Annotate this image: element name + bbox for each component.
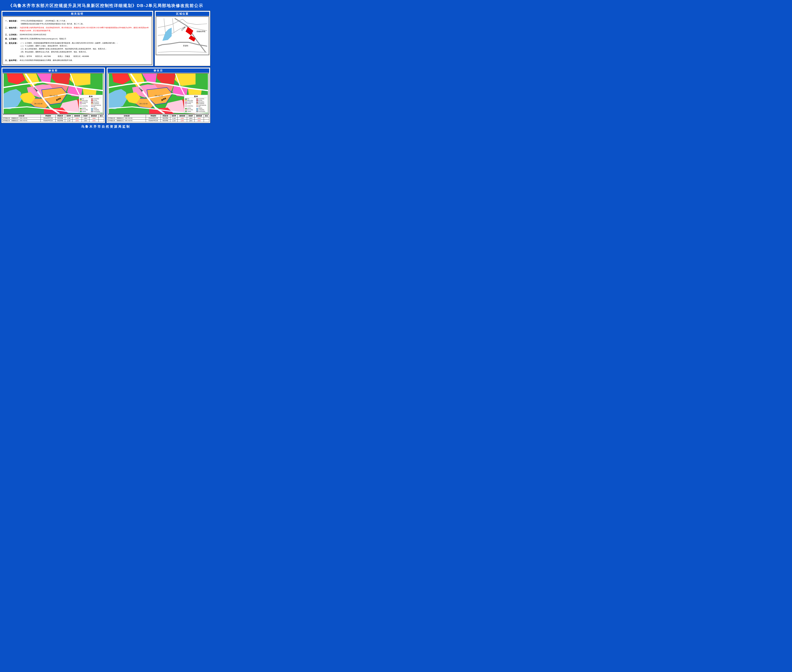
legend-item: 商务金融用地 — [196, 101, 207, 103]
legend: 图 例林地社会福利用地城镇住宅用地商业用地机关团体用地商务金融用地科研用地娱乐康… — [184, 95, 208, 113]
legend-item: 商业用地 — [91, 100, 102, 101]
table-header: 备注 — [204, 115, 209, 117]
table-cell: 大学路以东、康遂路以北（DB-J-02-03） — [3, 117, 41, 120]
legend-label: 社会停车场用地 — [198, 111, 205, 112]
table-header: 建筑高度 — [194, 115, 204, 117]
legend-item: 高等教育用地 — [80, 105, 91, 107]
explain-item: 六、版本声明：本次公示的控制性详细规划修改仅为草案，最终成果以政府批件为准。 — [5, 59, 150, 62]
legend-label: 体育用地 — [82, 107, 86, 109]
explain-text: 乌鲁木齐市人民政府网(http://www.urumqi.gov.cn)、现场公… — [20, 37, 150, 40]
legend-item: 机关团体用地 — [185, 101, 196, 103]
road-label-yuejin: 跃进街 — [183, 45, 188, 47]
legend-swatch — [80, 100, 82, 101]
location-map: 大学路 跃进街 拟修改用地 — [156, 16, 209, 55]
legend-item: 科研用地 — [80, 103, 91, 104]
legend-swatch — [80, 102, 82, 103]
legend-swatch — [80, 109, 82, 110]
legend-item: 医疗卫生用地 — [185, 109, 196, 110]
table-cell: 商住用地 — [56, 120, 65, 122]
legend-swatch — [91, 100, 93, 101]
table-cell: ≤1.98 — [170, 120, 177, 122]
location-header: 区域位置 — [156, 12, 209, 16]
table-cell: ≤1.98 — [65, 120, 72, 122]
legend-swatch — [196, 109, 198, 110]
legend-label: 公用设施用地 — [93, 109, 99, 110]
footer: 乌鲁木齐市自然资源局监制 — [1, 124, 210, 129]
legend-item: 社会停车场用地 — [196, 111, 207, 112]
legend-item: 公用设施用地 — [91, 109, 102, 110]
legend-swatch — [91, 102, 93, 103]
explain-panel: 相关说明 一、修改依据：《中华人民共和国城乡规划法》（2019年修正）第二十六条… — [1, 11, 153, 66]
table-cell — [99, 120, 104, 122]
legend-item: 商业用地 — [196, 100, 207, 101]
legend-swatch — [196, 111, 198, 112]
explain-item: 二、修改内容：为提高存量土地利用效率及价值，优化用地空间布局，将大学路以东、康遂… — [5, 26, 150, 32]
legend-item: 体育用地 — [80, 107, 91, 109]
legend-item: 商务金融用地 — [91, 101, 102, 103]
legend-label: 公用设施用地 — [198, 109, 204, 110]
explain-label: 三、公示时间： — [5, 33, 20, 36]
table-cell: ≤25% — [72, 120, 82, 122]
svg-marker-1 — [188, 35, 196, 42]
location-svg — [156, 17, 209, 55]
explain-item: 一、修改依据：《中华人民共和国城乡规划法》（2019年修正）第二十六条；《新疆维… — [5, 19, 150, 25]
legend-item: 社会停车场用地 — [91, 111, 102, 112]
contacts: 联系人：张宇坤 联系方式：4617686 联系人：王晓龙 联系方式：461808… — [20, 55, 150, 58]
explain-label: 六、版本声明： — [5, 59, 20, 62]
table-cell — [204, 117, 209, 120]
legend-label: 林地 — [82, 98, 84, 100]
legend-swatch — [80, 103, 82, 104]
table-cell: 约29597平方米 — [40, 120, 56, 122]
table-header: 用地性质 — [161, 115, 170, 117]
legend-item: 其他商业服务设施用地 — [196, 105, 207, 107]
legend-item: 机关团体用地 — [80, 101, 91, 103]
legend-item: 社会福利用地 — [91, 98, 102, 100]
table-header: 绿地率 — [187, 115, 195, 117]
legend-item: 医疗卫生用地 — [80, 109, 91, 110]
table-header: 区域位置 — [3, 115, 41, 117]
table-cell: 约29597平方米 — [146, 120, 161, 122]
table-header: 绿地率 — [82, 115, 89, 117]
legend-label: 林地 — [187, 98, 189, 100]
legend-item: 社会福利用地 — [196, 98, 207, 100]
table-cell: 商住用地 — [56, 117, 65, 120]
legend-item: 娱乐康体用地 — [91, 103, 102, 104]
legend-swatch — [185, 111, 187, 112]
legend-item: 其他商业服务设施用地 — [91, 105, 102, 107]
table-cell — [99, 117, 104, 120]
legend-label: 高等教育用地 — [187, 106, 193, 107]
legend-swatch — [185, 102, 187, 103]
explain-header: 相关说明 — [2, 12, 152, 16]
table-header: 用地面积 — [40, 115, 56, 117]
legend-item: 科研用地 — [185, 103, 196, 104]
legend-label: 商业用地 — [198, 100, 202, 101]
legend-item: 公用设施用地 — [196, 109, 207, 110]
parcel-label-03: DB-J-02-03 — [50, 95, 57, 97]
legend-swatch — [185, 109, 187, 110]
legend-label: 社会福利用地 — [93, 98, 99, 100]
legend-label: 公园绿地 — [187, 111, 191, 112]
explain-label: 一、修改依据： — [5, 19, 20, 25]
legend-label: 城镇住宅用地 — [187, 100, 193, 101]
table-cell — [204, 120, 209, 122]
table-cell: 大学路以东、康遂路以北（DB-J-02-03） — [108, 117, 146, 120]
table-header: 用地面积 — [146, 115, 161, 117]
legend-swatch — [196, 106, 198, 107]
after-table: 区域位置用地面积用地性质容积率建筑密度绿地率建筑高度备注大学路以东、康遂路以北（… — [107, 115, 209, 122]
legend-label: 供电用地 — [198, 107, 202, 109]
table-cell: 商住用地 — [161, 120, 170, 122]
table-cell: 大学路以东、康遂路以北（DB-J-02-04） — [108, 120, 146, 122]
legend-label: 医疗卫生用地 — [187, 109, 193, 110]
table-header: 容积率 — [65, 115, 72, 117]
legend-item: 林地 — [80, 98, 91, 100]
explain-item: 四、公示途径：乌鲁木齐市人民政府网(http://www.urumqi.gov.… — [5, 37, 150, 40]
after-header: 修改后 — [107, 69, 209, 73]
legend-label: 其他商业服务设施用地 — [198, 105, 207, 107]
table-row: 大学路以东、康遂路以北（DB-J-02-04）约29597平方米商住用地≤1.9… — [3, 120, 104, 122]
legend-label: 机关团体用地 — [82, 101, 88, 103]
legend: 图 例林地社会福利用地城镇住宅用地商业用地机关团体用地商务金融用地科研用地娱乐康… — [79, 95, 103, 113]
contacts-row: 联系人：张宇坤 联系方式：4617686 联系人：王晓龙 联系方式：461808… — [5, 54, 150, 58]
legend-swatch — [196, 102, 198, 103]
legend-swatch — [185, 108, 187, 109]
legend-swatch — [80, 111, 82, 112]
